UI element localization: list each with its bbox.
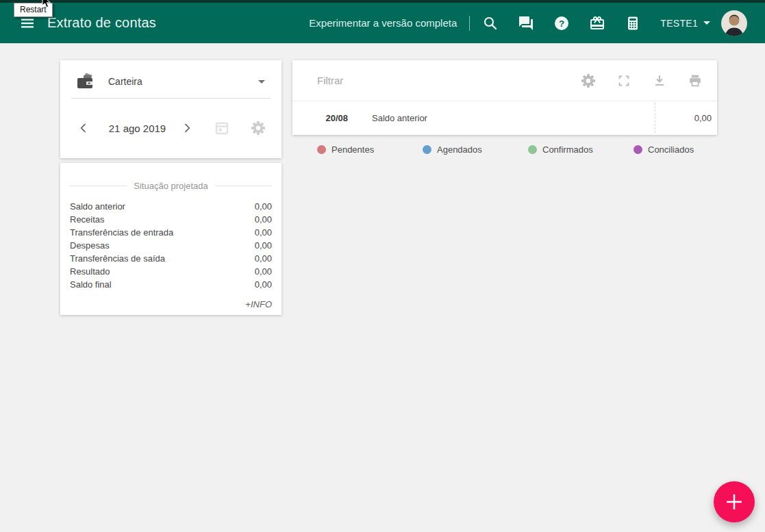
row-amount: 0,00 <box>655 113 717 123</box>
gift-icon <box>589 15 605 31</box>
page-title: Extrato de contas <box>47 15 156 31</box>
print-button[interactable] <box>687 73 703 89</box>
row-label: Resultado <box>70 265 110 278</box>
projection-title: Situação projetada <box>134 181 208 191</box>
projection-row: Transferências de entrada0,00 <box>70 226 272 239</box>
row-label: Transferências de saída <box>70 252 165 265</box>
agendados-dot-icon <box>423 145 431 154</box>
calendar-icon <box>214 120 230 136</box>
more-info-link[interactable]: +INFO <box>70 299 272 309</box>
gear-icon <box>580 73 597 89</box>
search-icon <box>482 15 499 31</box>
account-card: Carteira 21 ago 2019 <box>60 60 281 158</box>
row-date: 20/08 <box>292 113 348 123</box>
row-label: Receitas <box>70 213 105 226</box>
projection-title-row: Situação projetada <box>70 181 272 191</box>
legend-item-agendados: Agendados <box>423 142 528 157</box>
row-amount-separator <box>655 103 655 133</box>
account-select-label: Carteira <box>108 76 258 87</box>
legend-label: Agendados <box>437 144 482 155</box>
statement-toolbar <box>292 60 717 101</box>
download-icon <box>652 73 667 88</box>
previous-day-button[interactable] <box>75 120 92 136</box>
screen: Extrato de contas Experimentar a versão … <box>0 0 765 532</box>
row-value: 0,00 <box>255 213 272 226</box>
status-legend: Pendentes Agendados Confirmados Concilia… <box>292 142 744 157</box>
filter-input[interactable] <box>317 75 580 86</box>
chevron-down-icon <box>703 21 710 25</box>
chevron-left-icon <box>77 121 90 135</box>
help-icon: ? <box>553 15 570 31</box>
row-value: 0,00 <box>255 226 272 239</box>
calculator-button[interactable] <box>625 15 641 31</box>
chat-icon <box>518 15 534 31</box>
download-button[interactable] <box>651 73 668 89</box>
statement-row[interactable]: 20/08 Saldo anterior 0,00 <box>292 101 717 134</box>
mouse-cursor-icon <box>42 0 51 8</box>
divider <box>70 186 127 186</box>
projection-row: Saldo final0,00 <box>70 278 272 291</box>
add-transaction-fab[interactable] <box>714 481 755 522</box>
row-label: Transferências de entrada <box>70 226 173 239</box>
legend-item-pendentes: Pendentes <box>317 142 423 157</box>
search-button[interactable] <box>482 15 499 31</box>
account-select[interactable]: Carteira <box>60 60 281 97</box>
calendar-button[interactable] <box>214 120 230 136</box>
row-value: 0,00 <box>255 278 272 291</box>
conciliados-dot-icon <box>634 145 642 154</box>
projection-row: Resultado0,00 <box>70 265 272 278</box>
row-description: Saldo anterior <box>372 113 655 123</box>
pendentes-dot-icon <box>317 145 326 154</box>
chevron-right-icon <box>180 121 194 135</box>
print-icon <box>688 73 703 88</box>
wallet-icon <box>77 73 95 90</box>
legend-label: Confirmados <box>542 144 593 155</box>
projected-situation-card: Situação projetada Saldo anterior0,00 Re… <box>60 163 281 315</box>
user-avatar[interactable] <box>721 10 747 36</box>
svg-text:?: ? <box>559 18 564 29</box>
fullscreen-button[interactable] <box>616 73 632 89</box>
statement-card: 20/08 Saldo anterior 0,00 <box>292 60 717 135</box>
legend-label: Conciliados <box>648 144 694 155</box>
appbar: Extrato de contas Experimentar a versão … <box>0 3 765 44</box>
confirmados-dot-icon <box>528 145 537 154</box>
row-value: 0,00 <box>255 265 272 278</box>
row-value: 0,00 <box>255 252 272 265</box>
account-switcher[interactable]: TESTE1 <box>660 18 710 29</box>
help-button[interactable]: ? <box>553 15 570 31</box>
chat-button[interactable] <box>518 15 534 31</box>
gear-icon <box>250 120 266 136</box>
projection-row: Saldo anterior0,00 <box>70 200 272 213</box>
legend-item-conciliados: Conciliados <box>634 142 744 157</box>
chevron-down-icon <box>258 80 265 84</box>
legend-label: Pendentes <box>331 144 374 155</box>
hamburger-icon <box>19 15 36 31</box>
next-day-button[interactable] <box>179 120 195 136</box>
menu-button[interactable] <box>19 15 36 31</box>
legend-item-confirmados: Confirmados <box>528 142 634 157</box>
row-label: Saldo final <box>70 278 112 291</box>
gift-button[interactable] <box>589 15 605 31</box>
projection-row: Despesas0,00 <box>70 239 272 252</box>
projection-row: Transferências de saída0,00 <box>70 252 272 265</box>
divider <box>215 186 272 186</box>
row-label: Despesas <box>70 239 110 252</box>
date-navigator: 21 ago 2019 <box>60 98 281 158</box>
row-value: 0,00 <box>255 200 272 213</box>
row-value: 0,00 <box>255 239 272 252</box>
plus-icon <box>725 493 743 511</box>
current-date[interactable]: 21 ago 2019 <box>95 123 180 134</box>
statement-settings-button[interactable] <box>580 73 597 89</box>
appbar-divider <box>469 16 470 31</box>
date-settings-button[interactable] <box>250 120 266 136</box>
row-label: Saldo anterior <box>70 200 125 213</box>
trial-version-link[interactable]: Experimentar a versão completa <box>309 17 457 29</box>
account-name: TESTE1 <box>660 18 698 29</box>
fullscreen-icon <box>616 73 631 88</box>
calculator-icon <box>625 15 641 31</box>
projection-row: Receitas0,00 <box>70 213 272 226</box>
